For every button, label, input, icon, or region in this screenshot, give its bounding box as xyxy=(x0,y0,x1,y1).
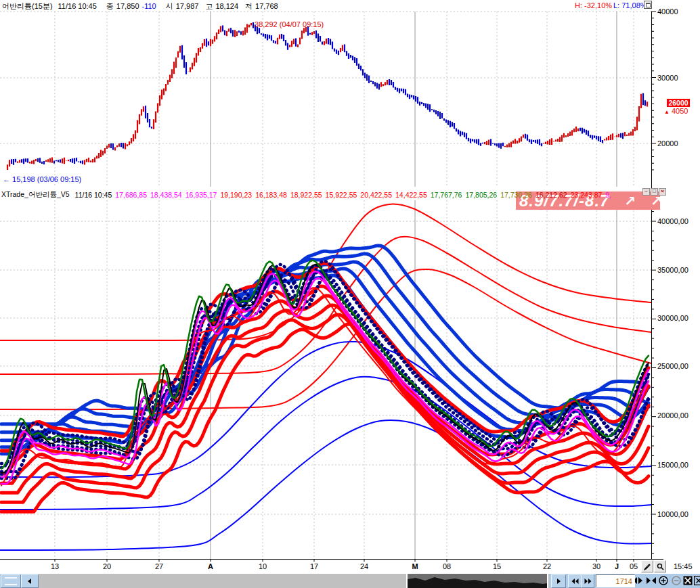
time-axis-label: 24 xyxy=(354,562,374,570)
trading-chart-window: 어반리튬(15분) 11/16 10:45 종 17,850 -110 시 17… xyxy=(0,0,700,588)
menu-icon xyxy=(5,577,17,585)
trough-annotation: ← 15,198 (03/06 09:15) xyxy=(3,175,81,183)
chart-canvas[interactable] xyxy=(0,0,700,588)
data-preview-minichart xyxy=(408,574,547,588)
indicator-value: 15,922,55 xyxy=(326,191,357,199)
open-label: 시 xyxy=(166,1,173,12)
session-end-time: 15:45 xyxy=(674,562,693,570)
draw-tool-button[interactable] xyxy=(641,560,653,572)
change-value: -110 xyxy=(142,2,156,10)
indicator-value: 16,212,62 xyxy=(535,191,567,199)
time-axis-label: 30 xyxy=(586,562,607,570)
price-axis-label: 15000,00 xyxy=(657,461,688,469)
price-axis-label: 20000,00 xyxy=(657,411,688,420)
indicator-value: 17,730,26 xyxy=(500,191,532,199)
double-right-triangle-icon xyxy=(584,579,592,584)
price-axis-label: 10000,00 xyxy=(657,510,688,518)
right-triangle-icon xyxy=(556,579,561,584)
symbol-header: 어반리튬(15분) 11/16 10:45 종 17,850 -110 시 17… xyxy=(2,1,278,11)
indicator-value: 19,190,23 xyxy=(220,191,252,199)
zoom-out-icon xyxy=(672,576,681,585)
indicator-value: 16,183,48 xyxy=(255,191,287,199)
indicator-value: 14,422,55 xyxy=(395,191,427,199)
low-percent-stat: L: 71,08% xyxy=(613,1,647,9)
close-icon[interactable]: × xyxy=(659,188,666,196)
indicator-datetime: 11/16 10:45 xyxy=(75,191,112,199)
price-change-badge: ▲ 4050 xyxy=(664,107,688,115)
page-left-button[interactable] xyxy=(568,574,582,588)
indicator-value: 17,767,76 xyxy=(431,191,462,199)
maximize-chart-button[interactable] xyxy=(682,575,693,586)
time-axis-label: 15 xyxy=(487,562,507,570)
scroll-right-button[interactable] xyxy=(551,574,566,588)
page-right-button[interactable] xyxy=(581,574,594,588)
symbol-name: 어반리튬(15분) xyxy=(2,1,53,12)
current-price-badge: 26000 xyxy=(667,99,690,107)
price-axis-label: 30000,00 xyxy=(657,314,688,322)
time-axis-label: 17 xyxy=(304,562,324,570)
peak-annotation: ← 38,292 (04/07 09:15) xyxy=(245,20,324,28)
mdi-window-controls: − □ × xyxy=(642,188,666,196)
price-axis-label: 40000 xyxy=(657,7,678,16)
magnifier-icon xyxy=(657,563,664,570)
restore-window-icon[interactable] xyxy=(644,1,652,9)
time-axis-label: 10 xyxy=(253,562,273,570)
low-label: 저 xyxy=(245,1,253,12)
zoom-in-icon xyxy=(659,576,668,585)
go-to-end-button[interactable] xyxy=(646,575,657,586)
indicator-title: XTrade_어반리튬_V5 xyxy=(1,190,70,200)
zoom-tool-button[interactable] xyxy=(654,560,666,572)
indicator-header: XTrade_어반리튬_V5 11/16 10:45 17,686,8518,4… xyxy=(1,190,650,200)
bar-position-input[interactable] xyxy=(596,574,635,587)
close-value: 17,850 xyxy=(116,2,139,10)
expand-icon xyxy=(683,576,693,585)
pencil-icon xyxy=(644,563,651,570)
left-triangle-icon xyxy=(27,579,32,584)
open-value: 17,987 xyxy=(176,2,199,10)
time-axis-label: 22 xyxy=(537,562,557,570)
high-value: 18,124 xyxy=(215,2,238,10)
high-label: 고 xyxy=(205,1,213,12)
indicator-values: 17,686,8518,438,5416,935,1719,190,2316,1… xyxy=(112,191,611,199)
arrow-left-icon: ← xyxy=(3,175,10,183)
time-axis-label: M xyxy=(405,562,425,570)
maximize-icon[interactable]: □ xyxy=(651,188,658,196)
time-axis-label: 13 xyxy=(45,562,65,570)
indicator-value: 23,243,87 xyxy=(571,191,603,199)
zoom-in-button[interactable] xyxy=(658,575,669,586)
collapse-horizontal-icon xyxy=(647,577,656,584)
time-axis-label: 08 xyxy=(437,562,457,570)
low-value: 17,768 xyxy=(255,2,278,10)
indicator-value: 18,438,54 xyxy=(150,191,182,199)
scroll-left-button[interactable] xyxy=(21,574,39,588)
arrow-left-icon: ← xyxy=(245,20,253,28)
indicator-value: 17,805,26 xyxy=(465,191,497,199)
close-box-icon xyxy=(694,576,700,585)
price-axis-label: 30000 xyxy=(657,74,678,82)
price-axis-label: 40000,00 xyxy=(657,217,688,225)
indicator-value: 9, xyxy=(605,191,611,199)
zoom-out-button[interactable] xyxy=(671,575,682,586)
time-axis-label: 20 xyxy=(97,562,117,570)
indicator-value: 20,422,55 xyxy=(360,191,392,199)
scrollbar-thumb[interactable] xyxy=(406,574,548,588)
double-left-triangle-icon xyxy=(571,579,579,584)
price-axis-label: 35000,00 xyxy=(657,266,688,274)
indicator-value: 16,935,17 xyxy=(185,191,217,199)
price-axis-label: 20000 xyxy=(657,139,678,148)
up-triangle-icon: ▲ xyxy=(664,109,670,115)
close-chart-button[interactable] xyxy=(693,575,700,586)
chart-menu-button[interactable] xyxy=(1,574,21,588)
minimize-icon[interactable]: − xyxy=(642,188,650,196)
high-percent-stat: H: -32,10% xyxy=(575,1,612,9)
price-axis-label: 25000,00 xyxy=(657,362,688,370)
indicator-value: 17,686,85 xyxy=(115,191,147,199)
time-axis-label: A xyxy=(200,562,221,570)
time-axis-label: 27 xyxy=(149,562,169,570)
chart-scrollbar-row xyxy=(0,574,700,588)
close-label: 종 xyxy=(106,1,114,12)
header-datetime: 11/16 10:45 xyxy=(58,2,97,10)
indicator-value: 18,922,55 xyxy=(290,191,322,199)
